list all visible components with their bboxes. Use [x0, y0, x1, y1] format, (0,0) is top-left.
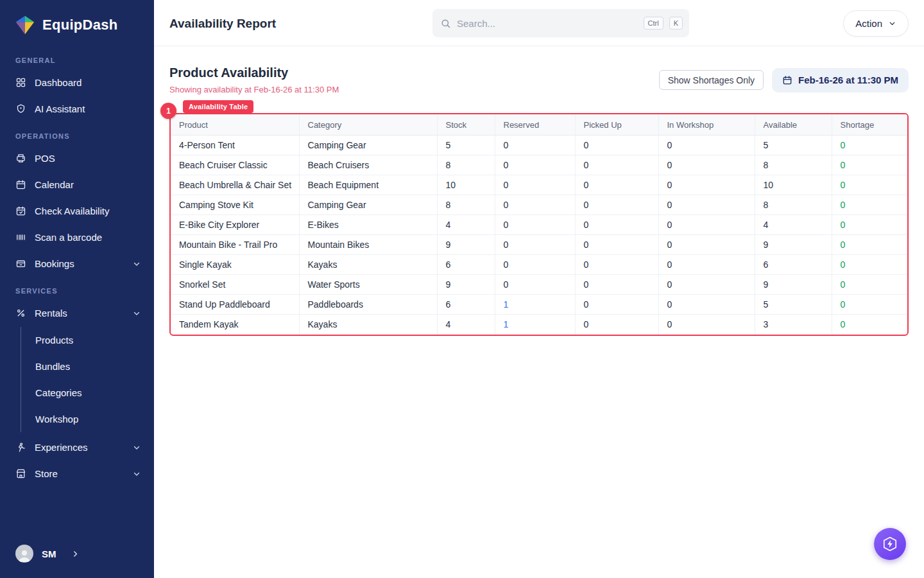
cell-category: Camping Gear — [299, 136, 437, 155]
sidebar-item-rentals[interactable]: Rentals — [0, 300, 154, 326]
cell-available: 8 — [755, 155, 832, 175]
show-shortages-only-button[interactable]: Show Shortages Only — [659, 70, 764, 90]
cell-in_workshop: 0 — [658, 315, 755, 335]
section-label-operations: OPERATIONS — [0, 122, 154, 145]
cell-reserved: 0 — [495, 235, 575, 255]
pos-icon — [15, 153, 26, 164]
app-logo[interactable]: EquipDash — [0, 0, 154, 46]
cell-shortage: 0 — [832, 235, 907, 255]
col-header-category: Category — [299, 114, 437, 136]
sidebar-item-calendar[interactable]: Calendar — [0, 171, 154, 198]
barcode-icon — [15, 232, 26, 243]
cell-reserved: 0 — [495, 136, 575, 155]
sidebar-item-bundles[interactable]: Bundles — [21, 353, 154, 380]
head-controls: Show Shortages Only Feb-16-26 at 11:30 P… — [659, 68, 909, 92]
assistant-fab-button[interactable] — [874, 528, 906, 560]
chevron-down-icon — [132, 469, 141, 478]
cell-picked_up: 0 — [575, 155, 658, 175]
sidebar-item-products[interactable]: Products — [21, 327, 154, 353]
col-header-product: Product — [171, 114, 299, 136]
sidebar-item-bookings[interactable]: Bookings — [0, 250, 154, 277]
cell-reserved: 1 — [495, 295, 575, 315]
page-subtitle: Showing availability at Feb-16-26 at 11:… — [169, 85, 339, 94]
section-label-services: SERVICES — [0, 277, 154, 300]
table-row: Mountain Bike - Trail ProMountain Bikes9… — [171, 235, 907, 255]
user-menu[interactable]: SM — [0, 533, 154, 578]
cell-shortage: 0 — [832, 155, 907, 175]
cell-in_workshop: 0 — [658, 175, 755, 195]
cell-in_workshop: 0 — [658, 255, 755, 275]
cell-in_workshop: 0 — [658, 295, 755, 315]
sidebar: EquipDash GENERAL Dashboard AI Assistant… — [0, 0, 154, 578]
sidebar-item-experiences[interactable]: Experiences — [0, 434, 154, 460]
sidebar-item-label: Bookings — [35, 258, 74, 269]
cell-in_workshop: 0 — [658, 215, 755, 235]
store-icon — [15, 468, 26, 479]
cell-stock: 4 — [437, 315, 495, 335]
cell-in_workshop: 0 — [658, 275, 755, 295]
cell-category: Beach Cruisers — [299, 155, 437, 175]
sidebar-item-categories[interactable]: Categories — [21, 380, 154, 406]
calendar-check-icon — [15, 206, 26, 216]
bookings-icon — [15, 258, 26, 269]
table-row: Single KayakKayaks600060 — [171, 255, 907, 275]
search-box[interactable]: Ctrl K — [432, 9, 689, 37]
table-row: Beach Cruiser ClassicBeach Cruisers80008… — [171, 155, 907, 175]
availability-table: ProductCategoryStockReservedPicked UpIn … — [171, 114, 907, 335]
col-header-picked_up: Picked Up — [575, 114, 658, 136]
sidebar-item-label: AI Assistant — [35, 103, 85, 114]
sidebar-item-ai-assistant[interactable]: AI Assistant — [0, 96, 154, 122]
page-head-text: Product Availability Showing availabilit… — [169, 66, 339, 94]
cell-shortage: 0 — [832, 195, 907, 215]
cell-in_workshop: 0 — [658, 136, 755, 155]
app-logo-icon — [14, 14, 36, 36]
availability-table-container: ProductCategoryStockReservedPicked UpIn … — [169, 113, 909, 336]
cell-available: 6 — [755, 255, 832, 275]
topbar: Availability Report Ctrl K Action — [154, 0, 924, 46]
cell-shortage: 0 — [832, 215, 907, 235]
availability-table-body: 4-Person TentCamping Gear500050Beach Cru… — [171, 136, 907, 335]
cell-shortage: 0 — [832, 315, 907, 335]
cell-product: Mountain Bike - Trail Pro — [171, 235, 299, 255]
sidebar-item-check-availability[interactable]: Check Availability — [0, 198, 154, 224]
table-row: Beach Umbrella & Chair SetBeach Equipmen… — [171, 175, 907, 195]
app-name: EquipDash — [42, 17, 118, 33]
cell-category: Paddleboards — [299, 295, 437, 315]
cell-category: E-Bikes — [299, 215, 437, 235]
cell-stock: 9 — [437, 275, 495, 295]
cell-picked_up: 0 — [575, 295, 658, 315]
main-area: Availability Report Ctrl K Action Produc… — [154, 0, 924, 578]
kbd-k: K — [669, 17, 683, 30]
cell-picked_up: 0 — [575, 215, 658, 235]
rentals-submenu: Products Bundles Categories Workshop — [21, 327, 154, 432]
cell-stock: 4 — [437, 215, 495, 235]
col-header-reserved: Reserved — [495, 114, 575, 136]
sidebar-item-scan-barcode[interactable]: Scan a barcode — [0, 224, 154, 250]
calendar-icon — [782, 75, 792, 85]
cell-product: Beach Cruiser Classic — [171, 155, 299, 175]
sidebar-item-label: Calendar — [35, 179, 74, 190]
cell-picked_up: 0 — [575, 195, 658, 215]
page-head: Product Availability Showing availabilit… — [169, 66, 909, 94]
sidebar-item-pos[interactable]: POS — [0, 145, 154, 171]
sidebar-item-dashboard[interactable]: Dashboard — [0, 69, 154, 96]
cell-reserved: 1 — [495, 315, 575, 335]
action-button[interactable]: Action — [843, 10, 909, 37]
search-input[interactable] — [457, 18, 638, 29]
sidebar-item-store[interactable]: Store — [0, 460, 154, 487]
cell-in_workshop: 0 — [658, 155, 755, 175]
datetime-picker-button[interactable]: Feb-16-26 at 11:30 PM — [772, 68, 909, 92]
bolt-icon — [882, 536, 898, 552]
cell-available: 8 — [755, 195, 832, 215]
cell-in_workshop: 0 — [658, 235, 755, 255]
cell-available: 9 — [755, 275, 832, 295]
table-row: Tandem KayakKayaks410030 — [171, 315, 907, 335]
col-header-available: Available — [755, 114, 832, 136]
availability-table-annotation: 1 Availability Table ProductCategoryStoc… — [169, 113, 909, 336]
cell-reserved: 0 — [495, 215, 575, 235]
chevron-down-icon — [132, 443, 141, 452]
cell-reserved: 0 — [495, 255, 575, 275]
rentals-icon — [15, 308, 26, 319]
sidebar-item-workshop[interactable]: Workshop — [21, 406, 154, 432]
table-row: E-Bike City ExplorerE-Bikes400040 — [171, 215, 907, 235]
